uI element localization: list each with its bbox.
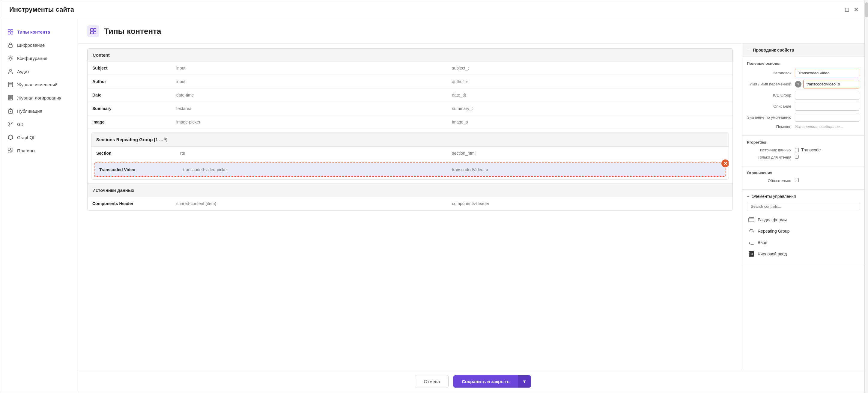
- row-name-section: Section: [96, 151, 180, 156]
- restrictions-title: Ограничения: [747, 171, 859, 175]
- sidebar-item-encryption[interactable]: Шифрование: [0, 38, 78, 52]
- svg-point-15: [12, 136, 13, 137]
- svg-rect-26: [94, 31, 96, 34]
- window-title: Инструменты сайта: [9, 6, 74, 13]
- ice-group-input[interactable]: [795, 91, 859, 100]
- svg-rect-25: [91, 31, 93, 34]
- row-field-author: author_s: [452, 79, 728, 84]
- sidebar-label-graphql: GraphQL: [17, 135, 36, 140]
- control-item-repeating-group[interactable]: Repeating Group: [747, 225, 859, 237]
- table-row: Section rte section_html: [91, 146, 728, 160]
- right-panel-title: Проводник свойств: [753, 48, 794, 53]
- field-row-required: Обязательно: [747, 178, 859, 183]
- svg-rect-0: [8, 29, 10, 31]
- footer-bar: Отмена Сохранить и закрыть ▼: [78, 370, 868, 393]
- remove-row-button[interactable]: ✕: [721, 160, 729, 167]
- highlighted-row[interactable]: Transcoded Video transcoded-video-picker…: [94, 162, 726, 177]
- graphql-icon: [7, 134, 13, 140]
- properties-section: Properties Источник данных Transcode Тол…: [742, 136, 864, 166]
- controls-collapse-icon[interactable]: −: [747, 194, 749, 199]
- svg-rect-3: [11, 32, 13, 34]
- svg-rect-2: [8, 32, 10, 34]
- plugins-icon: [7, 148, 13, 154]
- varname-input[interactable]: [803, 80, 859, 89]
- datasources-header: Источники данных: [88, 183, 733, 197]
- control-item-form-section[interactable]: Раздел формы: [747, 214, 859, 225]
- input-icon: [748, 239, 755, 246]
- help-placeholder: Установить сообщение...: [795, 124, 843, 129]
- log-journal-icon: [7, 95, 13, 101]
- form-section-icon: [748, 217, 755, 223]
- svg-point-18: [8, 138, 9, 139]
- save-dropdown-button[interactable]: ▼: [518, 375, 531, 388]
- right-panel: − Проводник свойств Полевые основы Загол…: [742, 43, 868, 370]
- sidebar-item-git[interactable]: Git: [0, 118, 78, 131]
- sidebar-item-publication[interactable]: Публикация: [0, 104, 78, 118]
- field-value-ice-group: [795, 91, 859, 100]
- git-icon: [7, 121, 13, 127]
- control-label-numeric-input: Числовой ввод: [758, 252, 787, 256]
- sidebar-item-log-journal[interactable]: Журнал логирования: [0, 91, 78, 104]
- field-row-default: Значение по умолчанию: [747, 113, 859, 122]
- fields-panel: Content Subject input subject_t Author i…: [78, 43, 742, 370]
- svg-rect-24: [94, 29, 96, 31]
- maximize-button[interactable]: □: [845, 6, 849, 13]
- svg-point-5: [9, 57, 11, 59]
- field-value-default: [795, 113, 859, 122]
- sidebar-item-audit[interactable]: Аудит: [0, 65, 78, 78]
- cancel-button[interactable]: Отмена: [415, 375, 448, 388]
- read-only-checkbox[interactable]: [795, 155, 799, 159]
- sidebar-item-change-log[interactable]: Журнал изменений: [0, 78, 78, 91]
- field-value-source-data: Transcode: [795, 148, 859, 152]
- controls-section: − Элементы управления Раздел формы: [742, 190, 864, 264]
- description-input[interactable]: [795, 102, 859, 110]
- highlighted-row-field: transcodedVideo_o: [452, 167, 721, 172]
- row-type-image: image-picker: [176, 120, 452, 124]
- sidebar-item-plugins[interactable]: Плагины: [0, 144, 78, 157]
- row-field-section: section_html: [452, 151, 724, 156]
- svg-marker-13: [8, 135, 12, 140]
- field-value-title: [795, 69, 859, 77]
- sidebar-item-configuration[interactable]: Конфигурация: [0, 52, 78, 65]
- row-type-date: date-time: [176, 93, 452, 97]
- save-button[interactable]: Сохранить и закрыть: [453, 375, 518, 388]
- field-label-required: Обязательно: [747, 178, 795, 183]
- numeric-input-icon: [748, 251, 755, 257]
- source-data-checkbox[interactable]: [795, 148, 799, 152]
- sidebar-item-graphql[interactable]: GraphQL: [0, 131, 78, 144]
- default-input[interactable]: [795, 113, 859, 122]
- svg-point-16: [12, 138, 13, 139]
- change-log-icon: [7, 81, 13, 88]
- table-row: Date date-time date_dt: [88, 89, 733, 102]
- sidebar-item-content-types[interactable]: Типы контента: [0, 25, 78, 38]
- field-bases-section: Полевые основы Заголовок Имя / Имя пер: [742, 57, 864, 136]
- title-input[interactable]: [795, 69, 859, 77]
- content-area: Типы контента Content Subject input subj…: [78, 19, 868, 393]
- row-name-subject: Subject: [92, 66, 176, 70]
- table-row: Subject input subject_t: [88, 61, 733, 75]
- highlighted-row-type: transcoded-video-picker: [183, 167, 452, 172]
- svg-rect-23: [91, 29, 93, 31]
- control-item-numeric-input[interactable]: Числовой ввод: [747, 248, 859, 260]
- source-data-value: Transcode: [801, 148, 821, 152]
- field-value-help: Установить сообщение...: [795, 124, 859, 129]
- repeating-group-icon: [748, 228, 755, 234]
- sidebar-label-encryption: Шифрование: [17, 42, 45, 48]
- required-checkbox[interactable]: [795, 178, 799, 182]
- collapse-icon[interactable]: −: [747, 48, 749, 53]
- field-bases-title: Полевые основы: [747, 61, 859, 66]
- close-button[interactable]: ✕: [854, 6, 859, 13]
- content-body: Content Subject input subject_t Author i…: [78, 43, 868, 370]
- field-label-varname: Имя / Имя переменной: [747, 82, 795, 86]
- right-panel-header: − Проводник свойств: [742, 43, 864, 57]
- control-item-input[interactable]: Ввод: [747, 237, 859, 248]
- table-row: Author input author_s: [88, 75, 733, 89]
- controls-header: − Элементы управления: [747, 194, 859, 199]
- field-row-description: Описание: [747, 102, 859, 110]
- sidebar-label-plugins: Плагины: [17, 148, 35, 153]
- help-button[interactable]: ?: [795, 81, 801, 88]
- svg-rect-4: [9, 45, 12, 47]
- row-type-section: rte: [180, 151, 452, 156]
- title-bar-actions: □ ✕: [845, 6, 859, 13]
- controls-search-input[interactable]: [747, 202, 859, 211]
